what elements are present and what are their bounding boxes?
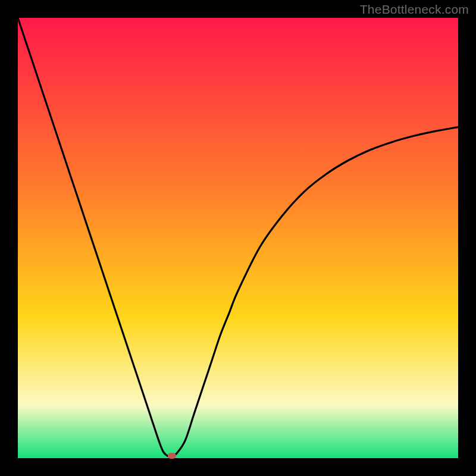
optimal-point-marker (168, 453, 176, 459)
plot-area (18, 18, 458, 458)
chart-frame: TheBottleneck.com (0, 0, 476, 476)
bottleneck-curve (18, 18, 458, 458)
watermark-text: TheBottleneck.com (360, 2, 469, 17)
